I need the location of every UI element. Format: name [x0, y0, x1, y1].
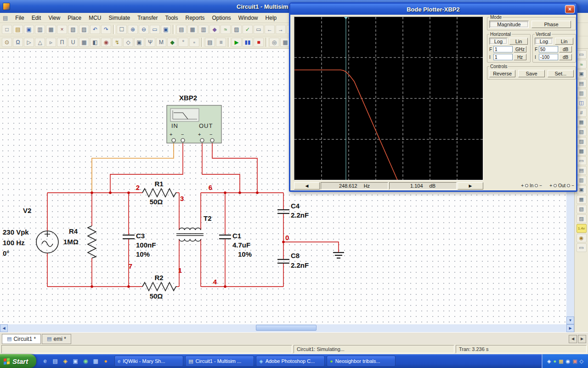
- bode-plotter-instrument-icon[interactable]: IN OUT + − + −: [167, 105, 221, 143]
- bode-plotter-icon[interactable]: ◫: [577, 98, 587, 107]
- tray-icon-volume[interactable]: ◉: [566, 358, 571, 364]
- scroll-right-button[interactable]: ▶: [566, 324, 574, 332]
- print-preview-icon[interactable]: ▦: [46, 25, 56, 34]
- horizontal-final-unit[interactable]: GHz: [514, 46, 526, 52]
- tab-scroll-left-button[interactable]: ◀: [569, 335, 577, 343]
- electromechanical-components-icon[interactable]: M: [156, 38, 166, 47]
- create-component-icon[interactable]: ◆: [209, 25, 220, 34]
- component-c1-capacitor[interactable]: [219, 235, 231, 239]
- horizontal-scroll-thumb[interactable]: [256, 325, 317, 331]
- wire-node0-to-ground[interactable]: [283, 242, 339, 253]
- menu-transfer[interactable]: Transfer: [134, 13, 161, 23]
- logic-converter-icon[interactable]: ▨: [577, 137, 587, 146]
- source-components-icon[interactable]: ⊙: [2, 38, 12, 47]
- agilent-function-generator-icon[interactable]: ▣: [577, 185, 587, 194]
- ni-components-icon[interactable]: ◆: [167, 38, 177, 47]
- misc-digital-components-icon[interactable]: ▦: [79, 38, 89, 47]
- bode-plot-area[interactable]: [294, 17, 483, 180]
- horizontal-scroll-track[interactable]: [8, 324, 566, 332]
- grapher-icon[interactable]: ≈: [220, 25, 231, 34]
- out-minus-terminal[interactable]: [210, 138, 214, 142]
- menu-place[interactable]: Place: [64, 13, 85, 23]
- menu-mcu[interactable]: MCU: [85, 13, 105, 23]
- iv-analyzer-icon[interactable]: ▩: [577, 147, 587, 155]
- back-annotate-icon[interactable]: ←: [265, 25, 275, 34]
- spreadsheet-view-icon[interactable]: ▦: [187, 25, 198, 34]
- copy-icon[interactable]: ▧: [68, 25, 78, 34]
- four-channel-oscilloscope-icon[interactable]: ▥: [577, 89, 587, 98]
- save-icon[interactable]: ▣: [24, 25, 34, 34]
- stop-simulation-button[interactable]: ■: [254, 38, 264, 47]
- advanced-peripherals-icon[interactable]: ▣: [134, 38, 144, 47]
- word-generator-icon[interactable]: ▦: [577, 118, 587, 126]
- vertical-lin-button[interactable]: Lin: [555, 38, 573, 45]
- frequency-counter-icon[interactable]: #: [577, 108, 587, 117]
- measurement-probe-icon[interactable]: 1.4v: [577, 224, 587, 233]
- distortion-analyzer-icon[interactable]: ▭: [577, 156, 587, 165]
- close-icon[interactable]: ×: [565, 5, 575, 13]
- tray-icon-display[interactable]: ◈: [547, 358, 551, 364]
- basic-components-icon[interactable]: Ω: [13, 38, 23, 47]
- network-analyzer-icon[interactable]: ▥: [577, 176, 587, 184]
- tektronix-oscilloscope-icon[interactable]: ▨: [577, 214, 587, 223]
- quicklaunch-folder-icon[interactable]: ▣: [71, 357, 79, 365]
- menu-simulate[interactable]: Simulate: [105, 13, 134, 23]
- labview-instrument-icon[interactable]: ▭: [577, 243, 587, 252]
- wattmeter-icon[interactable]: ▣: [577, 69, 587, 78]
- reverse-button[interactable]: Reverse: [489, 70, 515, 77]
- misc-components-icon[interactable]: ◇: [123, 38, 133, 47]
- zoom-area-icon[interactable]: ▭: [150, 25, 160, 34]
- component-t2-transformer[interactable]: [176, 228, 204, 241]
- agilent-oscilloscope-icon[interactable]: ▧: [577, 205, 587, 213]
- vertical-initial-unit[interactable]: dB: [559, 54, 572, 60]
- quicklaunch-dot-icon[interactable]: ●: [102, 357, 110, 365]
- quicklaunch-ie-icon[interactable]: e: [41, 357, 49, 365]
- postprocessor-icon[interactable]: ▨: [232, 25, 242, 34]
- current-probe-icon[interactable]: ◉: [577, 234, 587, 242]
- rf-components-icon[interactable]: Ψ: [145, 38, 155, 47]
- vertical-log-button[interactable]: Log: [535, 38, 553, 45]
- quicklaunch-tool-icon[interactable]: ▦: [91, 357, 100, 365]
- run-simulation-button[interactable]: ▶: [232, 38, 242, 47]
- tray-icon-messenger[interactable]: ◇: [580, 358, 583, 364]
- component-r1-resistor[interactable]: [142, 189, 177, 197]
- multimeter-icon[interactable]: ▭: [577, 50, 587, 59]
- in-plus-terminal[interactable]: [172, 138, 175, 142]
- open-icon[interactable]: ▤: [13, 25, 23, 34]
- forward-annotate-icon[interactable]: →: [276, 25, 286, 34]
- component-c3-capacitor[interactable]: [123, 235, 135, 239]
- zoom-in-icon[interactable]: ⊕: [128, 25, 138, 34]
- menu-help[interactable]: Help: [262, 13, 281, 23]
- database-manager-icon[interactable]: ▥: [198, 25, 209, 34]
- horizontal-initial-unit[interactable]: Hz: [514, 54, 526, 60]
- design-toolbox-icon[interactable]: ▤: [176, 25, 187, 34]
- place-bus-icon[interactable]: ≡: [216, 38, 226, 47]
- electrical-rules-check-icon[interactable]: ✓: [243, 25, 253, 34]
- function-generator-icon[interactable]: ≈: [577, 60, 587, 69]
- phase-button[interactable]: Phase: [531, 21, 571, 28]
- taskbar-task-browser[interactable]: e IQWiki - Mary Sh...: [114, 356, 183, 367]
- zoom-fit-icon[interactable]: ▣: [161, 25, 171, 34]
- vertical-initial-input[interactable]: [539, 54, 558, 60]
- taskbar-task-multisim[interactable]: ▤ Circuit1 - Multisim ...: [185, 356, 254, 367]
- redo-icon[interactable]: ↷: [101, 25, 111, 34]
- component-v2-source[interactable]: [36, 231, 58, 253]
- vertical-final-unit[interactable]: dB: [559, 46, 572, 52]
- component-r2-resistor[interactable]: [142, 282, 177, 291]
- quicklaunch-desktop-icon[interactable]: ▤: [51, 357, 59, 365]
- menu-view[interactable]: View: [45, 13, 64, 23]
- zoom-out-icon[interactable]: ⊖: [139, 25, 149, 34]
- wire-bode-in-minus[interactable]: [110, 142, 183, 193]
- horizontal-log-button[interactable]: Log: [489, 38, 508, 45]
- menu-edit[interactable]: Edit: [28, 13, 45, 23]
- tab-scroll-right-button[interactable]: ▶: [578, 335, 586, 343]
- vertical-final-input[interactable]: [539, 46, 558, 52]
- menu-file[interactable]: File: [11, 13, 28, 23]
- menu-window[interactable]: Window: [235, 13, 262, 23]
- cut-icon[interactable]: ×: [57, 25, 67, 34]
- menu-options[interactable]: Options: [209, 13, 235, 23]
- new-icon[interactable]: □: [2, 25, 12, 34]
- tray-icon-updates[interactable]: ▦: [559, 358, 563, 364]
- horizontal-scrollbar[interactable]: ◀ ▶: [0, 324, 588, 332]
- set-button[interactable]: Set...: [548, 70, 574, 77]
